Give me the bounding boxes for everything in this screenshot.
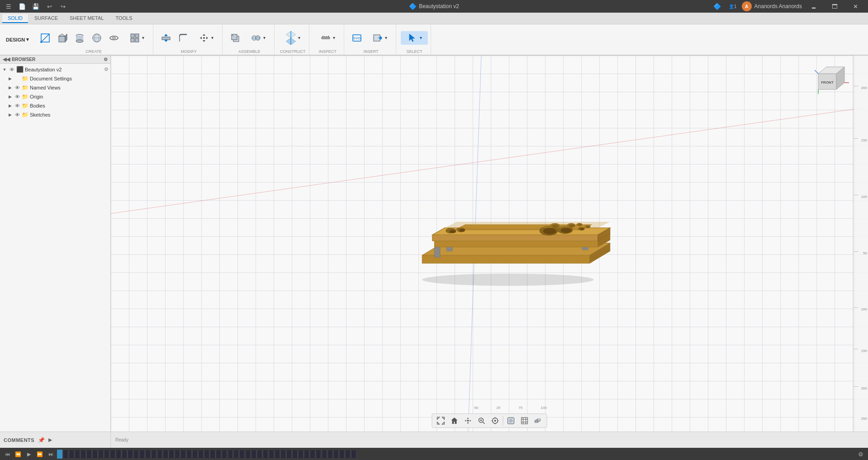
anim-frame-7[interactable] — [98, 450, 104, 459]
modify-fillet-button[interactable] — [175, 31, 191, 45]
anim-frame-14[interactable] — [139, 450, 145, 459]
anim-frame-30[interactable] — [233, 450, 239, 459]
anim-prev-button[interactable]: ⏪ — [14, 450, 23, 459]
modify-more-button[interactable]: ▾ — [192, 31, 219, 45]
select-button[interactable]: ▾ — [401, 31, 428, 45]
tree-item-document-settings[interactable]: ▶ 📁 Document Settings — [0, 74, 110, 83]
display-mode-button[interactable] — [505, 415, 517, 427]
root-vis-icon[interactable]: 👁 — [9, 66, 15, 73]
undo-icon[interactable]: ↩ — [43, 0, 56, 13]
anim-frame-1[interactable] — [63, 450, 68, 459]
tab-sheet-metal[interactable]: SHEET METAL — [64, 14, 109, 23]
anim-goto-start-button[interactable]: ⏮ — [3, 450, 12, 459]
anim-frame-29[interactable] — [228, 450, 233, 459]
tab-solid[interactable]: SOLID — [2, 14, 28, 23]
assemble-new-component-button[interactable] — [227, 31, 243, 45]
anim-frame-28[interactable] — [222, 450, 227, 459]
anim-frame-active[interactable] — [57, 450, 62, 459]
anim-frame-31[interactable] — [239, 450, 245, 459]
create-cylinder-button[interactable] — [71, 31, 88, 45]
anim-frame-41[interactable] — [298, 450, 304, 459]
anim-frame-3[interactable] — [75, 450, 80, 459]
anim-frame-13[interactable] — [133, 450, 139, 459]
pan-button[interactable] — [462, 415, 474, 427]
anim-frame-37[interactable] — [275, 450, 280, 459]
zoom-button[interactable] — [476, 415, 488, 427]
tree-item-named-views[interactable]: ▶ 👁 📁 Named Views — [0, 83, 110, 92]
viewport[interactable]: 200 150 100 50 100 150 200 250 — [111, 56, 868, 432]
design-dropdown[interactable]: DESIGN ▾ — [2, 24, 33, 55]
anim-frame-39[interactable] — [286, 450, 292, 459]
new-file-icon[interactable]: 📄 — [16, 0, 28, 13]
addon-icon[interactable]: 🔷 — [711, 0, 724, 13]
anim-goto-end-button[interactable]: ⏭ — [46, 450, 55, 459]
anim-frame-40[interactable] — [292, 450, 298, 459]
insert-more-button[interactable]: ▾ — [366, 31, 393, 45]
maximize-button[interactable]: 🗖 — [825, 0, 844, 13]
create-sphere-button[interactable] — [89, 31, 105, 45]
anim-frame-12[interactable] — [128, 450, 133, 459]
anim-frame-10[interactable] — [116, 450, 121, 459]
insert-svg-button[interactable]: SVG — [349, 31, 365, 45]
zoom-fit-button[interactable] — [435, 415, 447, 427]
anim-play-button[interactable]: ▶ — [24, 450, 33, 459]
app-menu-icon[interactable]: ☰ — [2, 0, 15, 13]
create-box-button[interactable] — [54, 31, 71, 45]
anim-frame-18[interactable] — [163, 450, 168, 459]
anim-frame-46[interactable] — [327, 450, 333, 459]
anim-frame-17[interactable] — [157, 450, 162, 459]
anim-frame-48[interactable] — [339, 450, 345, 459]
anim-frame-16[interactable] — [151, 450, 157, 459]
anim-frame-33[interactable] — [251, 450, 256, 459]
avatar[interactable]: A — [742, 1, 752, 11]
anim-frame-25[interactable] — [204, 450, 209, 459]
create-more-button[interactable]: ▾ — [123, 31, 150, 45]
anim-frame-9[interactable] — [110, 450, 115, 459]
anim-frame-45[interactable] — [322, 450, 327, 459]
tree-item-bodies[interactable]: ▶ 👁 📁 Bodies — [0, 101, 110, 110]
anim-frame-23[interactable] — [192, 450, 198, 459]
tree-item-sketches[interactable]: ▶ 👁 📁 Sketches — [0, 110, 110, 119]
anim-frame-4[interactable] — [81, 450, 86, 459]
anim-frame-43[interactable] — [310, 450, 315, 459]
anim-frame-42[interactable] — [304, 450, 309, 459]
save-icon[interactable]: 💾 — [29, 0, 42, 13]
nav-cube[interactable]: FRONT — [814, 60, 850, 96]
look-at-button[interactable] — [489, 415, 501, 427]
anim-frame-50[interactable] — [351, 450, 356, 459]
anim-frame-21[interactable] — [180, 450, 186, 459]
anim-frame-47[interactable] — [333, 450, 339, 459]
anim-next-button[interactable]: ⏩ — [35, 450, 44, 459]
anim-frame-35[interactable] — [263, 450, 268, 459]
comments-pin-icon[interactable]: 📌 — [38, 437, 45, 443]
anim-frame-2[interactable] — [69, 450, 74, 459]
close-button[interactable]: ✕ — [846, 0, 864, 13]
anim-frame-24[interactable] — [198, 450, 204, 459]
user-count-icon[interactable]: 👤 1 — [726, 0, 739, 13]
tree-item-origin[interactable]: ▶ 👁 📁 Origin — [0, 92, 110, 101]
inspect-measure-button[interactable]: ▾ — [314, 31, 341, 45]
tree-item-root[interactable]: ▼ 👁 ⬛ Beautystation v2 ⚙ — [0, 65, 110, 74]
home-view-button[interactable] — [449, 415, 460, 427]
anim-frame-36[interactable] — [269, 450, 274, 459]
anim-frame-22[interactable] — [186, 450, 192, 459]
browser-collapse-icon[interactable]: ◀◀ — [3, 56, 10, 62]
anim-frame-20[interactable] — [175, 450, 180, 459]
comments-expand-icon[interactable]: ▶ — [48, 437, 52, 443]
browser-settings-icon[interactable]: ⚙ — [104, 57, 108, 62]
anim-frame-38[interactable] — [280, 450, 286, 459]
construct-plane-button[interactable]: ▾ — [279, 31, 306, 45]
anim-frame-15[interactable] — [145, 450, 151, 459]
assemble-joint-button[interactable]: ▾ — [244, 31, 271, 45]
anim-settings-icon[interactable]: ⚙ — [856, 450, 865, 459]
anim-frame-5[interactable] — [86, 450, 92, 459]
create-torus-button[interactable] — [106, 31, 122, 45]
anim-frame-44[interactable] — [316, 450, 321, 459]
root-settings-icon[interactable]: ⚙ — [104, 66, 109, 72]
tab-tools[interactable]: TOOLS — [110, 14, 138, 23]
anim-frame-8[interactable] — [104, 450, 109, 459]
redo-icon[interactable]: ↪ — [57, 0, 69, 13]
minimize-button[interactable]: 🗕 — [805, 0, 823, 13]
anim-frame-6[interactable] — [92, 450, 98, 459]
anim-frame-27[interactable] — [216, 450, 221, 459]
